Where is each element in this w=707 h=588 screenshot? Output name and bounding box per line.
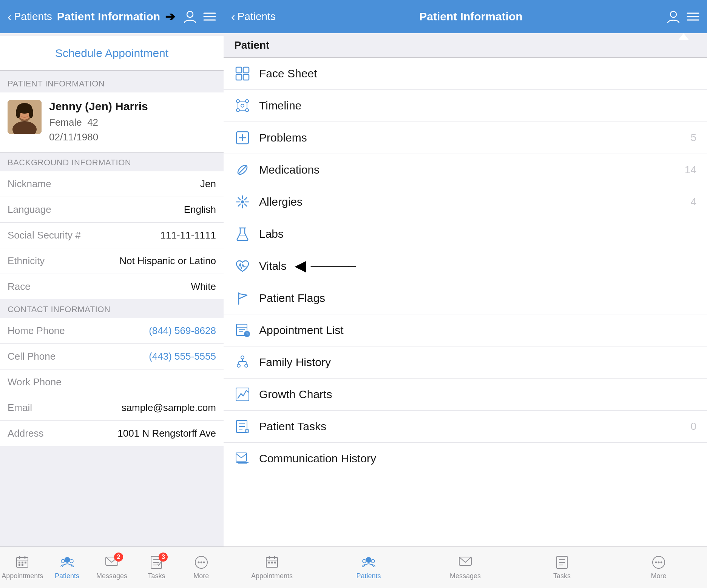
race-value: White: [191, 281, 216, 292]
right-nav-icons: [666, 9, 699, 24]
dropdown-allergies[interactable]: Allergies 4: [224, 186, 707, 218]
language-row: Language English: [0, 197, 224, 223]
patient-dob: 02/11/1980: [49, 130, 216, 145]
right-tab-bar: Appointments Patients: [224, 546, 707, 588]
svg-point-29: [198, 562, 199, 563]
right-back-label[interactable]: Patients: [238, 11, 276, 23]
face-sheet-label: Face Sheet: [259, 67, 696, 80]
svg-point-98: [371, 559, 375, 563]
right-tab-appointments[interactable]: Appointments: [224, 555, 320, 580]
tab-more[interactable]: More: [179, 555, 224, 580]
dropdown-vitals[interactable]: Vitals ◀ ──────: [224, 250, 707, 282]
right-tab-patients[interactable]: Patients: [320, 555, 417, 580]
address-row: Address 1001 N Rengstorff Ave: [0, 421, 224, 446]
svg-point-78: [237, 364, 240, 367]
right-tab-tasks[interactable]: Tasks: [514, 555, 610, 580]
left-back-button[interactable]: ‹ Patients: [8, 10, 52, 24]
patient-info-header: PATIENT INFORMATION: [0, 74, 224, 92]
right-menu-icon[interactable]: [687, 11, 699, 22]
right-patients-icon: [360, 555, 378, 570]
right-back-button[interactable]: ‹ Patients: [231, 10, 276, 24]
pill-icon: [234, 162, 251, 178]
contact-info-header: CONTACT INFORMATION: [0, 299, 224, 318]
dropdown-timeline[interactable]: Timeline: [224, 90, 707, 122]
left-tab-bar: Appointments Patients: [0, 546, 224, 588]
dropdown-family-history[interactable]: Family History: [224, 346, 707, 379]
svg-line-53: [238, 166, 246, 174]
problems-count: 5: [690, 132, 696, 144]
right-tab-appointments-label: Appointments: [251, 572, 293, 580]
dropdown-appointment-list[interactable]: Appointment List: [224, 314, 707, 346]
separator-top: [0, 33, 224, 36]
home-phone-label: Home Phone: [8, 325, 65, 337]
svg-rect-17: [22, 564, 23, 566]
tasks-badge: 3: [159, 553, 168, 562]
svg-point-10: [29, 108, 33, 118]
patient-avatar: [8, 100, 42, 134]
vitals-annotation-line: ──────: [311, 260, 356, 272]
dropdown-face-sheet[interactable]: Face Sheet: [224, 58, 707, 90]
right-tab-patients-label: Patients: [356, 572, 381, 580]
problems-icon: [234, 129, 251, 146]
right-more-icon: [650, 555, 668, 570]
cell-phone-row: Cell Phone (443) 555-5555: [0, 344, 224, 369]
family-history-label: Family History: [259, 356, 696, 369]
dropdown-problems[interactable]: Problems 5: [224, 122, 707, 154]
labs-label: Labs: [259, 228, 696, 240]
right-tab-more[interactable]: More: [610, 555, 707, 580]
dropdown-section-header: Patient: [224, 33, 707, 58]
language-value: English: [184, 204, 216, 215]
flag-icon: [234, 290, 251, 306]
hierarchy-icon: [234, 354, 251, 371]
dropdown-patient-flags[interactable]: Patient Flags: [224, 282, 707, 314]
right-tasks-icon: [553, 555, 571, 570]
back-label[interactable]: Patients: [14, 11, 52, 23]
right-tab-more-label: More: [651, 572, 666, 580]
address-label: Address: [8, 428, 43, 439]
tab-messages[interactable]: 2 Messages: [90, 555, 134, 580]
svg-point-9: [16, 108, 20, 118]
dropdown-pointer: [678, 33, 689, 40]
grid-icon: [234, 65, 251, 82]
email-value: sample@sample.com: [122, 402, 216, 414]
svg-rect-38: [236, 74, 242, 80]
svg-point-30: [200, 562, 202, 563]
tab-appointments[interactable]: Appointments: [0, 555, 45, 580]
home-phone-value[interactable]: (844) 569-8628: [149, 325, 216, 337]
more-icon: [192, 555, 210, 570]
right-tab-messages[interactable]: Messages: [417, 555, 514, 580]
dropdown-growth-charts[interactable]: Growth Charts: [224, 379, 707, 411]
right-tab-messages-label: Messages: [450, 572, 481, 580]
appointment-list-label: Appointment List: [259, 324, 696, 337]
language-label: Language: [8, 204, 51, 215]
dropdown-patient-tasks[interactable]: Patient Tasks 0: [224, 411, 707, 443]
person-icon[interactable]: [183, 9, 197, 24]
menu-icon[interactable]: [203, 11, 216, 22]
right-person-icon[interactable]: [666, 9, 681, 24]
contact-section: Home Phone (844) 569-8628 Cell Phone (44…: [0, 318, 224, 446]
dropdown-menu: Patient Face Sheet: [224, 33, 707, 546]
work-phone-label: Work Phone: [8, 376, 62, 388]
cell-phone-value[interactable]: (443) 555-5555: [149, 351, 216, 362]
schedule-appointment-link[interactable]: Schedule Appointment: [55, 47, 168, 59]
dropdown-communication-history[interactable]: Communication History: [224, 443, 707, 474]
right-tab-tasks-label: Tasks: [553, 572, 571, 580]
race-row: Race White: [0, 274, 224, 299]
svg-rect-13: [19, 562, 20, 563]
patient-flags-label: Patient Flags: [259, 292, 696, 305]
email-row: Email sample@sample.com: [0, 395, 224, 421]
svg-point-97: [363, 559, 366, 563]
tab-patients[interactable]: Patients: [45, 555, 89, 580]
svg-point-0: [187, 11, 193, 17]
dropdown-medications[interactable]: Medications 14: [224, 154, 707, 186]
patient-details: Jenny (Jen) Harris Female 42 02/11/1980: [49, 100, 216, 145]
nickname-row: Nickname Jen: [0, 171, 224, 197]
svg-point-22: [70, 559, 73, 563]
background-section: Nickname Jen Language English Social Sec…: [0, 171, 224, 299]
dropdown-labs[interactable]: Labs: [224, 218, 707, 250]
background-info-header: BACKGROUND INFORMATION: [0, 152, 224, 171]
right-panel: ‹ Patients Patient Information Patient: [224, 0, 707, 588]
schedule-section: Schedule Appointment: [0, 36, 224, 71]
tab-tasks[interactable]: 3 Tasks: [134, 555, 179, 580]
patient-gender-age: Female 42: [49, 115, 216, 130]
